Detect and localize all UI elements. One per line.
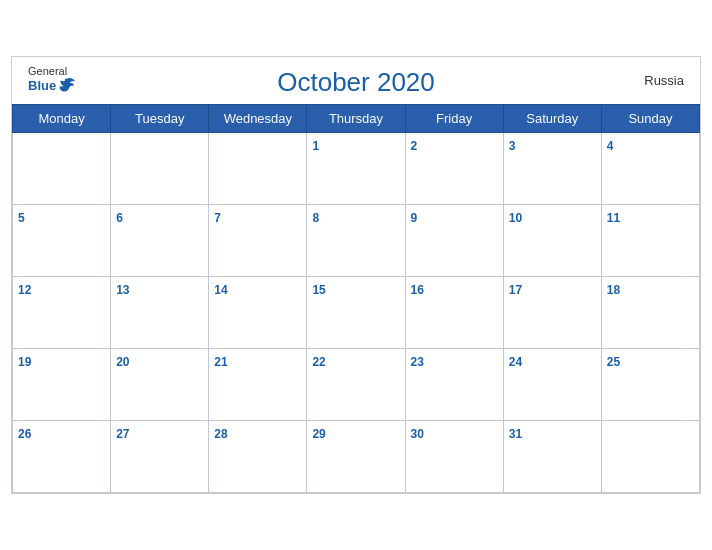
logo-bird-icon bbox=[58, 77, 76, 93]
calendar-cell: 13 bbox=[111, 277, 209, 349]
header-friday: Friday bbox=[405, 105, 503, 133]
calendar-header: General Blue October 2020 Russia bbox=[12, 57, 700, 104]
calendar-cell: 29 bbox=[307, 421, 405, 493]
header-thursday: Thursday bbox=[307, 105, 405, 133]
calendar-cell: 7 bbox=[209, 205, 307, 277]
day-number: 8 bbox=[312, 211, 319, 225]
calendar-cell: 26 bbox=[13, 421, 111, 493]
header-saturday: Saturday bbox=[503, 105, 601, 133]
calendar-table: Monday Tuesday Wednesday Thursday Friday… bbox=[12, 104, 700, 493]
day-number: 21 bbox=[214, 355, 227, 369]
calendar-cell: 18 bbox=[601, 277, 699, 349]
calendar-cell: 20 bbox=[111, 349, 209, 421]
day-number: 28 bbox=[214, 427, 227, 441]
day-number: 31 bbox=[509, 427, 522, 441]
day-number: 9 bbox=[411, 211, 418, 225]
header-monday: Monday bbox=[13, 105, 111, 133]
day-number: 24 bbox=[509, 355, 522, 369]
day-number: 20 bbox=[116, 355, 129, 369]
calendar-cell: 10 bbox=[503, 205, 601, 277]
week-row-1: 1234 bbox=[13, 133, 700, 205]
calendar-cell: 14 bbox=[209, 277, 307, 349]
calendar-cell: 19 bbox=[13, 349, 111, 421]
calendar-cell bbox=[111, 133, 209, 205]
day-number: 16 bbox=[411, 283, 424, 297]
calendar-cell: 31 bbox=[503, 421, 601, 493]
country-label: Russia bbox=[644, 73, 684, 88]
calendar-title: October 2020 bbox=[277, 67, 435, 98]
header-tuesday: Tuesday bbox=[111, 105, 209, 133]
calendar-cell: 4 bbox=[601, 133, 699, 205]
day-number: 25 bbox=[607, 355, 620, 369]
day-number: 23 bbox=[411, 355, 424, 369]
calendar-cell: 1 bbox=[307, 133, 405, 205]
calendar-cell: 17 bbox=[503, 277, 601, 349]
calendar-cell: 15 bbox=[307, 277, 405, 349]
day-number: 18 bbox=[607, 283, 620, 297]
day-number: 13 bbox=[116, 283, 129, 297]
calendar-cell: 28 bbox=[209, 421, 307, 493]
day-number: 12 bbox=[18, 283, 31, 297]
day-number: 10 bbox=[509, 211, 522, 225]
day-number: 4 bbox=[607, 139, 614, 153]
day-number: 7 bbox=[214, 211, 221, 225]
calendar-cell: 21 bbox=[209, 349, 307, 421]
calendar-cell: 27 bbox=[111, 421, 209, 493]
day-number: 6 bbox=[116, 211, 123, 225]
week-row-4: 19202122232425 bbox=[13, 349, 700, 421]
header-sunday: Sunday bbox=[601, 105, 699, 133]
day-number: 11 bbox=[607, 211, 620, 225]
logo: General Blue bbox=[28, 65, 76, 93]
day-number: 17 bbox=[509, 283, 522, 297]
calendar: General Blue October 2020 Russia Monday … bbox=[11, 56, 701, 494]
calendar-cell: 6 bbox=[111, 205, 209, 277]
day-number: 3 bbox=[509, 139, 516, 153]
calendar-cell: 2 bbox=[405, 133, 503, 205]
day-number: 27 bbox=[116, 427, 129, 441]
calendar-cell: 8 bbox=[307, 205, 405, 277]
calendar-cell: 16 bbox=[405, 277, 503, 349]
calendar-cell bbox=[13, 133, 111, 205]
day-number: 14 bbox=[214, 283, 227, 297]
calendar-cell bbox=[601, 421, 699, 493]
logo-blue-text: Blue bbox=[28, 77, 76, 93]
day-number: 1 bbox=[312, 139, 319, 153]
calendar-cell bbox=[209, 133, 307, 205]
calendar-cell: 11 bbox=[601, 205, 699, 277]
logo-general-text: General bbox=[28, 65, 67, 77]
calendar-cell: 9 bbox=[405, 205, 503, 277]
calendar-cell: 22 bbox=[307, 349, 405, 421]
week-row-5: 262728293031 bbox=[13, 421, 700, 493]
header-wednesday: Wednesday bbox=[209, 105, 307, 133]
day-number: 29 bbox=[312, 427, 325, 441]
calendar-cell: 25 bbox=[601, 349, 699, 421]
day-number: 15 bbox=[312, 283, 325, 297]
week-row-3: 12131415161718 bbox=[13, 277, 700, 349]
week-row-2: 567891011 bbox=[13, 205, 700, 277]
day-number: 30 bbox=[411, 427, 424, 441]
weekday-header-row: Monday Tuesday Wednesday Thursday Friday… bbox=[13, 105, 700, 133]
calendar-body: 1234567891011121314151617181920212223242… bbox=[13, 133, 700, 493]
calendar-cell: 12 bbox=[13, 277, 111, 349]
calendar-cell: 3 bbox=[503, 133, 601, 205]
day-number: 2 bbox=[411, 139, 418, 153]
day-number: 22 bbox=[312, 355, 325, 369]
day-number: 26 bbox=[18, 427, 31, 441]
calendar-cell: 24 bbox=[503, 349, 601, 421]
calendar-cell: 30 bbox=[405, 421, 503, 493]
day-number: 19 bbox=[18, 355, 31, 369]
day-number: 5 bbox=[18, 211, 25, 225]
calendar-cell: 23 bbox=[405, 349, 503, 421]
calendar-cell: 5 bbox=[13, 205, 111, 277]
